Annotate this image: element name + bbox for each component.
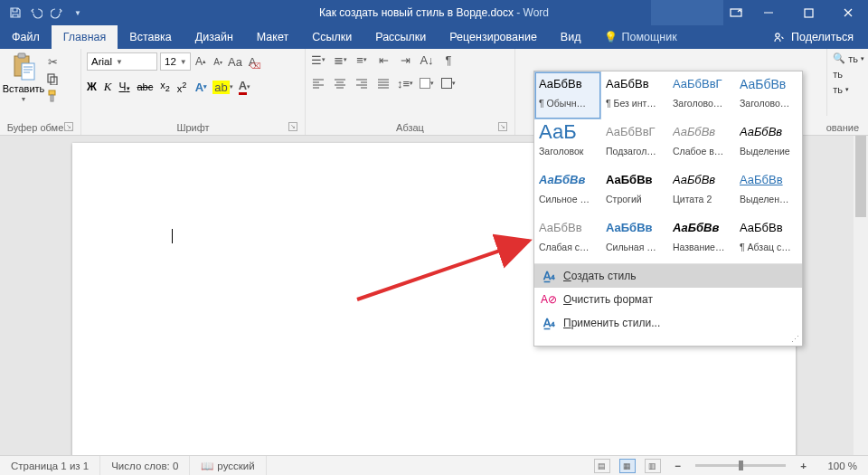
menu-create-style[interactable]: A̲₄ Создать стиль <box>534 264 802 288</box>
group-paragraph: ☰▾ ≣▾ ≡▾ ⇤ ⇥ A↓ ¶ ↕≡▾ ▾ ▾ Абзац↘ <box>306 49 515 135</box>
style-item[interactable]: АаБбВвСильная … <box>601 215 668 263</box>
shading-icon[interactable]: ▾ <box>420 76 434 90</box>
resize-grip-icon[interactable]: ⋰ <box>534 335 802 346</box>
style-item[interactable]: АаБбВвСильное … <box>534 167 601 215</box>
style-item[interactable]: АаБбВв¶ Абзац с… <box>735 215 802 263</box>
bullets-icon[interactable]: ☰▾ <box>311 52 326 67</box>
share-button[interactable]: Поделиться <box>759 25 868 49</box>
show-marks-icon[interactable]: ¶ <box>441 52 456 67</box>
underline-button[interactable]: Ч▾ <box>119 81 130 93</box>
style-item[interactable]: АаБбВвСтрогий <box>601 167 668 215</box>
proofing-icon: 📖 <box>201 460 213 472</box>
style-preview: АаБбВв <box>539 220 599 238</box>
zoom-out-button[interactable]: − <box>670 461 687 471</box>
sort-icon[interactable]: A↓ <box>420 52 434 67</box>
italic-button[interactable]: К <box>104 80 112 94</box>
style-item[interactable]: АаБбВвГЗаголово… <box>668 71 735 119</box>
align-right-icon[interactable] <box>354 76 369 90</box>
font-name-combo[interactable]: Arial▼ <box>87 52 157 71</box>
ribbon-display-options-icon[interactable] <box>723 0 749 25</box>
justify-icon[interactable] <box>376 76 391 90</box>
maximize-button[interactable] <box>788 0 828 25</box>
zoom-slider[interactable] <box>695 464 786 467</box>
change-case-icon[interactable]: Aa <box>228 54 242 69</box>
style-item[interactable]: АаБбВв¶ Без инт… <box>601 71 668 119</box>
style-item[interactable]: АаБбВвЗаголово… <box>735 71 802 119</box>
copy-icon[interactable] <box>45 71 60 86</box>
save-icon[interactable] <box>9 6 22 19</box>
decrease-indent-icon[interactable]: ⇤ <box>376 52 391 67</box>
dialog-launcher-icon[interactable]: ↘ <box>288 122 297 131</box>
line-spacing-icon[interactable]: ↕≡▾ <box>398 76 412 90</box>
tab-design[interactable]: Дизайн <box>184 25 245 49</box>
text-effects-icon[interactable]: A▾ <box>193 80 208 94</box>
style-name: Выделен… <box>740 190 799 204</box>
tab-home[interactable]: Главная <box>52 25 118 49</box>
style-item[interactable]: АаБбВвНазвание… <box>668 215 735 263</box>
status-language[interactable]: 📖русский <box>190 456 266 475</box>
select-button[interactable]: ть▾ <box>833 84 864 95</box>
style-item[interactable]: АаБбВвСлабая с… <box>534 215 601 263</box>
view-web-icon[interactable]: ▥ <box>645 459 661 473</box>
borders-icon[interactable]: ▾ <box>441 76 456 90</box>
zoom-in-button[interactable]: + <box>795 461 812 471</box>
tab-file[interactable]: Файл <box>0 25 52 49</box>
style-item[interactable]: АаБбВвВыделен… <box>735 167 802 215</box>
shrink-font-icon[interactable]: A▾ <box>211 54 225 69</box>
view-print-icon[interactable]: ▦ <box>619 459 636 473</box>
format-painter-icon[interactable] <box>45 89 60 103</box>
find-button[interactable]: 🔍ть▾ <box>833 52 864 64</box>
font-size-combo[interactable]: 12▼ <box>160 52 191 71</box>
style-item[interactable]: АаБбВвЦитата 2 <box>668 167 735 215</box>
bold-button[interactable]: Ж <box>87 81 97 93</box>
increase-indent-icon[interactable]: ⇥ <box>398 52 412 67</box>
status-word-count[interactable]: Число слов: 0 <box>100 456 190 475</box>
tab-review[interactable]: Рецензирование <box>438 25 549 49</box>
replace-button[interactable]: ть <box>833 69 864 80</box>
vertical-scrollbar[interactable] <box>854 136 868 455</box>
style-preview: АаБбВв <box>606 220 665 238</box>
account-placeholder[interactable] <box>651 0 723 25</box>
tab-references[interactable]: Ссылки <box>300 25 363 49</box>
numbering-icon[interactable]: ≣▾ <box>333 52 347 67</box>
style-item[interactable]: АаБбВвСлабое в… <box>668 119 735 167</box>
multilevel-icon[interactable]: ≡▾ <box>354 52 369 67</box>
cut-icon[interactable]: ✂ <box>45 54 60 69</box>
close-button[interactable] <box>828 0 868 25</box>
qat-customize-icon[interactable]: ▼ <box>71 6 84 19</box>
scrollbar-thumb[interactable] <box>855 136 866 217</box>
style-item[interactable]: АаБЗаголовок <box>534 119 601 167</box>
align-center-icon[interactable] <box>333 76 347 90</box>
zoom-slider-thumb[interactable] <box>739 461 743 470</box>
tab-mailings[interactable]: Рассылки <box>363 25 438 49</box>
menu-apply-styles[interactable]: A̲₄ Применить стили... <box>534 311 802 335</box>
zoom-level[interactable]: 100 % <box>821 461 863 471</box>
highlight-icon[interactable]: ab▾ <box>215 80 230 94</box>
clear-format-icon[interactable]: A⌫ <box>245 54 259 69</box>
dialog-launcher-icon[interactable]: ↘ <box>498 122 507 131</box>
group-editing: 🔍ть▾ ть ть▾ <box>826 49 868 116</box>
status-page[interactable]: Страница 1 из 1 <box>0 456 100 475</box>
style-item[interactable]: АаБбВв¶ Обычн… <box>534 71 601 119</box>
style-item[interactable]: АаБбВвГПодзагол… <box>601 119 668 167</box>
svg-rect-1 <box>805 9 813 17</box>
tab-layout[interactable]: Макет <box>245 25 300 49</box>
tab-view[interactable]: Вид <box>549 25 593 49</box>
dialog-launcher-icon[interactable]: ↘ <box>64 122 73 131</box>
align-left-icon[interactable] <box>311 76 326 90</box>
paste-button[interactable]: Вставить ▼ <box>5 52 42 102</box>
superscript-button[interactable]: x2 <box>177 81 187 94</box>
minimize-button[interactable] <box>749 0 788 25</box>
undo-icon[interactable] <box>30 6 42 19</box>
tab-insert[interactable]: Вставка <box>118 25 183 49</box>
font-color-icon[interactable]: A▾ <box>237 80 251 94</box>
style-item[interactable]: АаБбВвВыделение <box>735 119 802 167</box>
paste-icon <box>11 52 36 81</box>
redo-icon[interactable] <box>51 6 63 19</box>
view-read-icon[interactable]: ▤ <box>594 459 610 473</box>
menu-clear-format[interactable]: A⊘ Очистить формат <box>534 288 802 311</box>
grow-font-icon[interactable]: A▴ <box>193 54 208 69</box>
tell-me[interactable]: 💡Помощник <box>592 25 688 49</box>
strike-button[interactable]: abc <box>137 81 154 92</box>
subscript-button[interactable]: x2 <box>160 80 170 93</box>
